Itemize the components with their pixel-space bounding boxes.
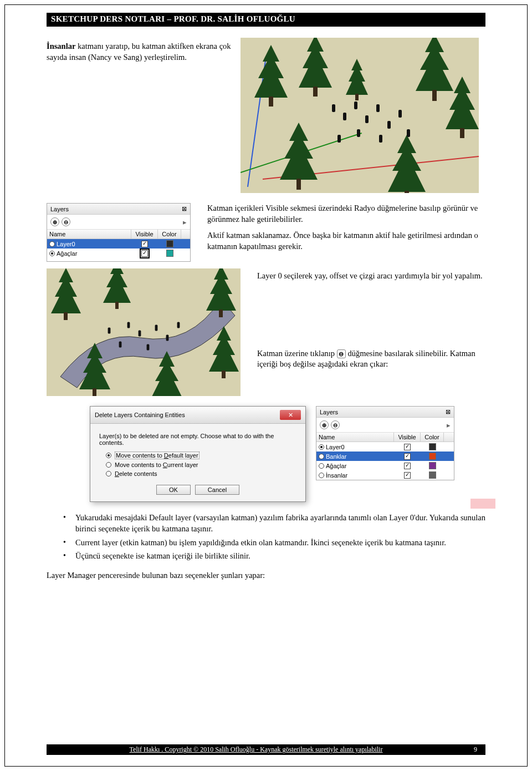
- layer-row[interactable]: İnsanlar: [316, 470, 454, 480]
- close-button[interactable]: ✕: [280, 410, 301, 420]
- col-visible-header[interactable]: Visible: [131, 230, 158, 239]
- close-icon: ✕: [288, 412, 293, 419]
- person-figure: [108, 327, 111, 333]
- svg-rect-11: [93, 388, 96, 396]
- add-layer-button[interactable]: ⊕: [50, 217, 59, 226]
- person-figure: [147, 344, 150, 350]
- person-figure: [376, 104, 380, 112]
- active-layer-radio[interactable]: [49, 241, 55, 247]
- sketchup-viewport-2: [47, 268, 241, 396]
- tree-icon: [271, 120, 326, 192]
- layer-row[interactable]: Ağaçlar: [316, 461, 454, 470]
- pin-icon[interactable]: ⊠: [182, 205, 187, 212]
- tree-icon: [47, 268, 88, 321]
- layer-name: Layer0: [326, 444, 345, 450]
- panel-title: Layers: [50, 206, 69, 212]
- person-figure: [166, 334, 169, 341]
- menu-arrow-icon[interactable]: ▸: [183, 218, 187, 226]
- remove-layer-button[interactable]: ⊖: [62, 217, 70, 226]
- active-layer-radio[interactable]: [319, 473, 324, 478]
- add-layer-button[interactable]: ⊕: [320, 420, 329, 429]
- paragraph: Katman üzerine tıklanıp ⊖ düğmesine bası…: [257, 348, 485, 370]
- radio-icon[interactable]: [106, 471, 111, 476]
- svg-rect-9: [219, 310, 223, 317]
- remove-layer-button[interactable]: ⊖: [331, 420, 340, 429]
- person-figure: [332, 104, 335, 112]
- header-text: SKETCHUP DERS NOTLARI – PROF. DR. SALİH …: [51, 14, 295, 23]
- active-layer-radio[interactable]: [49, 251, 55, 256]
- paragraph: Katman içerikleri Visible sekmesi üzerin…: [207, 203, 485, 225]
- color-swatch[interactable]: [429, 471, 436, 479]
- person-figure: [357, 129, 360, 137]
- col-color-header[interactable]: Color: [158, 230, 181, 239]
- panel-toolbar: ⊕ ⊖ ▸: [316, 418, 454, 433]
- radio-icon[interactable]: [106, 462, 111, 468]
- person-figure: [139, 330, 141, 336]
- dialog-option[interactable]: Delete contents: [106, 470, 296, 477]
- active-layer-radio[interactable]: [319, 463, 324, 469]
- active-layer-radio[interactable]: [319, 444, 324, 450]
- cancel-button[interactable]: Cancel: [195, 485, 239, 495]
- layer-name: Ağaçlar: [57, 250, 77, 257]
- person-figure: [407, 129, 410, 137]
- visible-checkbox[interactable]: [404, 453, 411, 460]
- dialog-option[interactable]: Move contents to Default layer: [106, 452, 296, 459]
- person-figure: [177, 322, 180, 328]
- layer-name: İnsanlar: [326, 472, 347, 479]
- color-swatch[interactable]: [166, 240, 173, 247]
- radio-icon[interactable]: [106, 453, 111, 458]
- svg-rect-0: [269, 97, 273, 106]
- col-visible-header[interactable]: Visible: [394, 433, 421, 442]
- person-figure: [343, 113, 346, 120]
- ok-button[interactable]: OK: [156, 485, 191, 495]
- layers-header-row: Name Visible Color: [47, 230, 190, 239]
- svg-rect-10: [222, 371, 226, 378]
- color-swatch[interactable]: [429, 462, 436, 469]
- layer-name: Ağaçlar: [326, 463, 346, 469]
- panel-titlebar: Layers ⊠: [316, 407, 454, 418]
- visible-checkbox[interactable]: [404, 444, 411, 450]
- dialog-message: Layer(s) to be deleted are not empty. Ch…: [99, 433, 296, 446]
- col-name-header[interactable]: Name: [47, 230, 131, 239]
- layers-explanation: Katman içerikleri Visible sekmesi üzerin…: [196, 203, 485, 257]
- tree-icon: [437, 74, 479, 146]
- layer-row[interactable]: Layer0: [316, 442, 454, 452]
- color-swatch[interactable]: [429, 453, 436, 460]
- col-name-header[interactable]: Name: [316, 433, 394, 442]
- color-swatch[interactable]: [166, 250, 173, 257]
- row-road: Layer 0 seçilerek yay, offset ve çizgi a…: [47, 268, 485, 396]
- active-layer-radio[interactable]: [319, 454, 324, 459]
- dialog-title: Delete Layers Containing Entities: [95, 412, 185, 418]
- layer-name: Banklar: [326, 453, 346, 460]
- delete-layers-dialog: Delete Layers Containing Entities ✕ Laye…: [90, 406, 306, 502]
- tree-icon: [144, 349, 191, 396]
- svg-rect-1: [313, 87, 318, 97]
- color-swatch[interactable]: [429, 443, 436, 450]
- tree-icon: [379, 132, 434, 193]
- visible-checkbox[interactable]: [404, 463, 411, 469]
- dialog-titlebar: Delete Layers Containing Entities ✕: [90, 407, 305, 424]
- layer-row[interactable]: Ağaçlar: [47, 248, 190, 258]
- paragraph: Aktif katman saklanamaz. Önce başka bir …: [207, 230, 485, 252]
- layer-name: Layer0: [57, 241, 75, 247]
- footer-text: Telif Hakkı . Copyright © 2010 Salih Ofl…: [47, 745, 466, 754]
- menu-arrow-icon[interactable]: ▸: [447, 421, 451, 429]
- intro-paragraph: İnsanlar katmanı yaratıp, bu katman akti…: [47, 38, 235, 193]
- visible-checkbox[interactable]: [141, 250, 148, 257]
- visible-checkbox[interactable]: [141, 241, 148, 247]
- text-part: Katman üzerine tıklanıp: [257, 349, 337, 358]
- person-figure: [119, 341, 122, 347]
- col-color-header[interactable]: Color: [421, 433, 444, 442]
- visible-checkbox[interactable]: [404, 472, 411, 479]
- panel-titlebar: Layers ⊠: [47, 204, 190, 215]
- svg-rect-7: [64, 312, 68, 320]
- minus-icon: ⊖: [337, 349, 346, 358]
- pin-icon[interactable]: ⊠: [446, 408, 451, 415]
- page-frame: SKETCHUP DERS NOTLARI – PROF. DR. SALİH …: [4, 4, 528, 767]
- dialog-option[interactable]: Move contents to Current layer: [106, 461, 296, 468]
- layer-row[interactable]: Layer0: [47, 239, 190, 248]
- layer-row[interactable]: Banklar: [316, 452, 454, 461]
- paragraph: Layer Manager penceresinde bulunan bazı …: [47, 570, 485, 581]
- svg-rect-6: [355, 94, 359, 100]
- tree-icon: [246, 42, 296, 109]
